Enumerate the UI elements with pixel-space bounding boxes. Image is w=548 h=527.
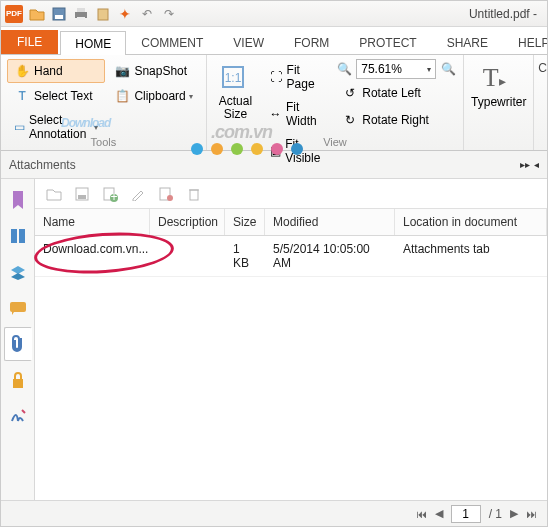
next-page-icon[interactable]: ▶ <box>510 507 518 520</box>
layers-tab[interactable] <box>4 255 32 289</box>
attachments-toolbar: + <box>35 179 547 209</box>
svg-point-18 <box>167 195 173 201</box>
ribbon: ✋Hand ᎢSelect Text ▭Select Annotation 📷S… <box>1 55 547 151</box>
hand-icon: ✋ <box>14 63 30 79</box>
group-label-view: View <box>207 136 463 148</box>
redo-icon[interactable]: ↷ <box>159 4 179 24</box>
window-title: Untitled.pdf - <box>469 7 543 21</box>
add-attachment-icon[interactable]: + <box>101 185 119 203</box>
chevron-down-icon: ▾ <box>427 65 431 74</box>
status-bar: ⏮ ◀ / 1 ▶ ⏭ <box>1 500 547 526</box>
hand-tool-button[interactable]: ✋Hand <box>7 59 105 83</box>
fit-page-button[interactable]: ⛶Fit Page <box>262 59 331 95</box>
typewriter-button[interactable]: T▸ Typewriter <box>465 59 532 113</box>
cell-size: 1 KB <box>225 236 265 276</box>
print-icon[interactable] <box>71 4 91 24</box>
cell-modified: 5/5/2014 10:05:00 AM <box>265 236 395 276</box>
rotate-left-button[interactable]: ↺Rotate Left <box>335 81 457 105</box>
camera-icon: 📷 <box>114 63 130 79</box>
col-size[interactable]: Size <box>225 209 265 235</box>
undo-icon[interactable]: ↶ <box>137 4 157 24</box>
open-attachment-icon[interactable] <box>45 185 63 203</box>
table-row[interactable]: Download.com.vn... 1 KB 5/5/2014 10:05:0… <box>35 236 547 277</box>
rotate-left-icon: ↺ <box>342 85 358 101</box>
tab-protect[interactable]: PROTECT <box>344 30 431 54</box>
cell-name: Download.com.vn... <box>35 236 150 276</box>
left-sidebar <box>1 179 35 500</box>
comments-tab[interactable] <box>4 291 32 325</box>
svg-rect-1 <box>55 15 63 19</box>
page-number-input[interactable] <box>451 505 481 523</box>
pdf-app-icon: PDF <box>5 5 23 23</box>
pages-tab[interactable] <box>4 219 32 253</box>
sparkle-icon[interactable]: ✦ <box>115 4 135 24</box>
col-modified[interactable]: Modified <box>265 209 395 235</box>
tab-help[interactable]: HELP <box>503 30 548 54</box>
first-page-icon[interactable]: ⏮ <box>416 508 427 520</box>
settings-attachment-icon[interactable] <box>157 185 175 203</box>
col-location[interactable]: Location in document <box>395 209 547 235</box>
svg-rect-11 <box>13 379 23 388</box>
group-label-tools: Tools <box>1 136 206 148</box>
panel-next-icon[interactable]: ◂ <box>534 159 539 170</box>
panel-title: Attachments <box>9 158 76 172</box>
snapshot-button[interactable]: 📷SnapShot <box>107 59 199 83</box>
tab-view[interactable]: VIEW <box>218 30 279 54</box>
zoom-out-button[interactable]: 🔍 <box>335 60 353 78</box>
svg-rect-5 <box>98 9 108 20</box>
attachments-table: Name Description Size Modified Location … <box>35 209 547 500</box>
tab-share[interactable]: SHARE <box>432 30 503 54</box>
bookmarks-tab[interactable] <box>4 183 32 217</box>
panel-prev-icon[interactable]: ▸▸ <box>520 159 530 170</box>
security-tab[interactable] <box>4 363 32 397</box>
ribbon-tabs: FILE HOME COMMENT VIEW FORM PROTECT SHAR… <box>1 27 547 55</box>
clipboard-button[interactable]: 📋Clipboard <box>107 84 199 108</box>
prev-page-icon[interactable]: ◀ <box>435 507 443 520</box>
rotate-right-button[interactable]: ↻Rotate Right <box>335 108 457 132</box>
main-area: + Name Description Size Modified Locatio… <box>1 179 547 500</box>
svg-rect-9 <box>19 229 25 243</box>
open-icon[interactable] <box>27 4 47 24</box>
table-header: Name Description Size Modified Location … <box>35 209 547 236</box>
svg-text:1:1: 1:1 <box>225 71 242 85</box>
col-name[interactable]: Name <box>35 209 150 235</box>
actual-size-button[interactable]: 1:1 Actual Size <box>213 59 258 125</box>
rotate-right-icon: ↻ <box>342 112 358 128</box>
tab-home[interactable]: HOME <box>60 31 126 55</box>
fit-width-icon: ↔ <box>269 106 282 122</box>
zoom-level-input[interactable]: 75.61%▾ <box>356 59 436 79</box>
svg-text:+: + <box>110 190 117 202</box>
svg-rect-3 <box>77 8 85 12</box>
edit-attachment-icon[interactable] <box>129 185 147 203</box>
tab-form[interactable]: FORM <box>279 30 344 54</box>
svg-rect-4 <box>77 17 85 20</box>
svg-rect-13 <box>78 195 86 199</box>
col-description[interactable]: Description <box>150 209 225 235</box>
fit-page-icon: ⛶ <box>269 69 282 85</box>
select-text-button[interactable]: ᎢSelect Text <box>7 84 105 108</box>
text-cursor-icon: Ꭲ <box>14 88 30 104</box>
ribbon-overflow: Co <box>534 55 547 150</box>
zoom-in-button[interactable]: 🔍 <box>439 60 457 78</box>
fit-width-button[interactable]: ↔Fit Width <box>262 96 331 132</box>
save-attachment-icon[interactable] <box>73 185 91 203</box>
svg-rect-19 <box>190 190 198 200</box>
tab-file[interactable]: FILE <box>1 30 58 54</box>
clipboard-small-icon: 📋 <box>114 88 130 104</box>
save-icon[interactable] <box>49 4 69 24</box>
attachments-panel: + Name Description Size Modified Locatio… <box>35 179 547 500</box>
clipboard-icon[interactable] <box>93 4 113 24</box>
signatures-tab[interactable] <box>4 399 32 433</box>
last-page-icon[interactable]: ⏭ <box>526 508 537 520</box>
page-total: / 1 <box>489 507 502 521</box>
typewriter-icon: T▸ <box>483 63 515 95</box>
delete-attachment-icon[interactable] <box>185 185 203 203</box>
tab-comment[interactable]: COMMENT <box>126 30 218 54</box>
annotation-icon: ▭ <box>14 119 25 135</box>
attachments-tab[interactable] <box>4 327 32 361</box>
quick-access-toolbar: PDF ✦ ↶ ↷ Untitled.pdf - <box>1 1 547 27</box>
actual-size-icon: 1:1 <box>219 63 251 95</box>
cell-description <box>150 236 225 276</box>
cell-location: Attachments tab <box>395 236 547 276</box>
svg-rect-10 <box>10 302 26 312</box>
